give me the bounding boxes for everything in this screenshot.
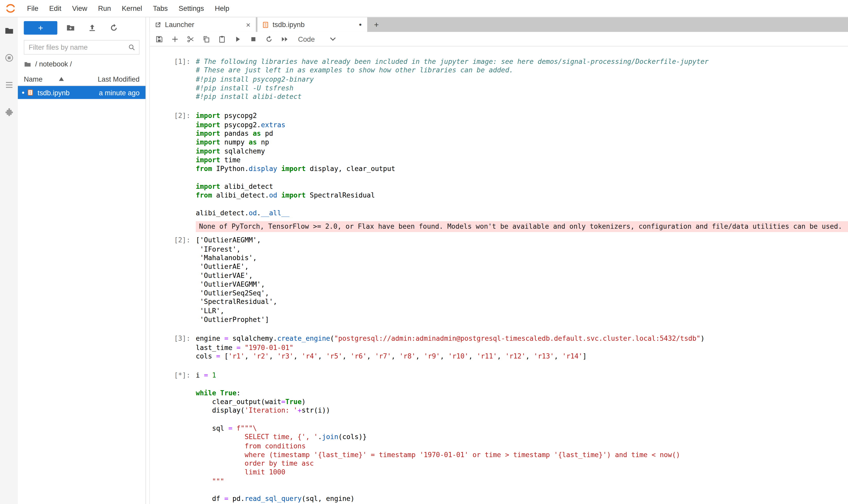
- file-browser-panel: +: [18, 17, 146, 504]
- copy-icon: [202, 35, 211, 43]
- restart-kernel-button[interactable]: [261, 32, 277, 46]
- cell-output-prompt: [150, 221, 196, 232]
- jupyter-logo-icon: [5, 3, 16, 14]
- save-icon: [155, 35, 164, 43]
- file-listing-header: Name Last Modified: [18, 72, 145, 86]
- tab-tsdb-ipynb[interactable]: tsdb.ipynb ●: [257, 17, 367, 32]
- upload-button[interactable]: [81, 21, 103, 35]
- notebook-cell: [3]:engine = sqlalchemy.create_engine("p…: [150, 335, 848, 361]
- new-folder-button[interactable]: [59, 21, 81, 35]
- restart-icon: [265, 35, 273, 43]
- file-filter: [24, 40, 139, 55]
- fast-forward-icon: [281, 35, 289, 43]
- cut-cells-button[interactable]: [183, 32, 199, 46]
- menu-file[interactable]: File: [22, 0, 44, 17]
- notebook-cell: [2]:import psycopg2import psycopg2.extra…: [150, 112, 848, 324]
- menu-view[interactable]: View: [67, 0, 93, 17]
- jupyterlab-window: File Edit View Run Kernel Tabs Settings …: [0, 0, 848, 504]
- tab-label: tsdb.ipynb: [272, 21, 358, 29]
- new-folder-icon: [66, 23, 75, 33]
- unsaved-changes-icon[interactable]: ●: [358, 22, 363, 27]
- file-last-modified: a minute ago: [99, 88, 140, 96]
- close-icon[interactable]: ×: [245, 21, 252, 28]
- cell-input-prompt: [*]:: [150, 371, 196, 503]
- add-tab-button[interactable]: +: [369, 17, 384, 32]
- upload-icon: [87, 23, 96, 33]
- chevron-down-icon: [330, 37, 336, 41]
- cell-code-editor[interactable]: # The following libraries have already b…: [196, 57, 848, 102]
- tab-launcher[interactable]: Launcher ×: [150, 17, 256, 32]
- cell-code-editor[interactable]: import psycopg2import psycopg2.extrasimp…: [196, 112, 848, 218]
- notebook-cell: [1]:# The following libraries have alrea…: [150, 57, 848, 102]
- breadcrumb[interactable]: / notebook /: [18, 55, 145, 71]
- file-row-tsdb-ipynb[interactable]: ● tsdb.ipynb a minute ago: [18, 86, 145, 99]
- table-of-contents-icon[interactable]: [0, 71, 18, 98]
- execute-result-output: ['OutlierAEGMM', 'IForest', 'Mahalanobis…: [196, 236, 848, 324]
- menu-settings[interactable]: Settings: [173, 0, 210, 17]
- menu-tabs[interactable]: Tabs: [147, 0, 173, 17]
- stderr-output: None of PyTorch, TensorFlow >= 2.0, or F…: [196, 221, 848, 232]
- cell-code-editor[interactable]: engine = sqlalchemy.create_engine("postg…: [196, 335, 848, 361]
- copy-cells-button[interactable]: [199, 32, 214, 46]
- file-browser-icon[interactable]: [0, 17, 18, 44]
- dock-tab-bar: Launcher × tsdb.ipynb ● +: [150, 17, 848, 32]
- home-folder-icon: [24, 60, 31, 68]
- cell-input-prompt: [2]:: [150, 112, 196, 218]
- sort-ascending-icon: [59, 77, 64, 81]
- menu-help[interactable]: Help: [209, 0, 235, 17]
- running-kernels-icon[interactable]: [0, 44, 18, 71]
- notebook-toolbar: Code: [150, 32, 848, 47]
- column-last-modified[interactable]: Last Modified: [97, 75, 139, 83]
- insert-cell-button[interactable]: [167, 32, 183, 46]
- main-dock-panel: Launcher × tsdb.ipynb ● +: [149, 17, 848, 504]
- extension-manager-icon[interactable]: [0, 98, 18, 125]
- refresh-icon: [109, 23, 118, 33]
- notebook-file-icon: [261, 21, 269, 28]
- notebook-cells: [1]:# The following libraries have alrea…: [150, 57, 848, 503]
- breadcrumb-path: / notebook /: [35, 60, 72, 68]
- plus-icon: [171, 35, 179, 43]
- run-icon: [234, 35, 242, 43]
- menu-edit[interactable]: Edit: [44, 0, 67, 17]
- file-filter-input[interactable]: [24, 40, 139, 55]
- tab-label: Launcher: [165, 21, 245, 29]
- cell-type-dropdown[interactable]: Code: [298, 35, 336, 43]
- cell-input-prompt: [1]:: [150, 57, 196, 102]
- search-icon: [128, 43, 136, 52]
- notebook-cell: [*]:i = 1 while True: clear_output(wait=…: [150, 371, 848, 503]
- notebook-scroll-area[interactable]: [1]:# The following libraries have alrea…: [150, 47, 848, 504]
- launcher-icon: [154, 21, 162, 28]
- menu-kernel[interactable]: Kernel: [116, 0, 147, 17]
- cell-input-prompt: [3]:: [150, 335, 196, 361]
- menu-run[interactable]: Run: [93, 0, 116, 17]
- left-activity-bar: [0, 17, 18, 504]
- save-button[interactable]: [151, 32, 167, 46]
- cell-output-prompt: [2]:: [150, 236, 196, 324]
- scissors-icon: [187, 35, 195, 43]
- run-all-button[interactable]: [277, 32, 292, 46]
- cell-code-editor[interactable]: i = 1 while True: clear_output(wait=True…: [196, 371, 848, 503]
- file-browser-toolbar: +: [18, 17, 145, 35]
- refresh-button[interactable]: [103, 21, 124, 35]
- run-cell-button[interactable]: [230, 32, 246, 46]
- menubar: File Edit View Run Kernel Tabs Settings …: [0, 0, 848, 17]
- interrupt-kernel-button[interactable]: [246, 32, 261, 46]
- new-launcher-button[interactable]: +: [24, 21, 57, 35]
- open-indicator: ●: [22, 90, 24, 95]
- stop-icon: [249, 35, 257, 43]
- notebook-file-icon: [27, 89, 34, 96]
- column-name[interactable]: Name: [24, 75, 97, 83]
- cell-type-label: Code: [298, 35, 315, 43]
- file-name: tsdb.ipynb: [38, 88, 99, 96]
- paste-cells-button[interactable]: [214, 32, 230, 46]
- clipboard-icon: [218, 35, 226, 43]
